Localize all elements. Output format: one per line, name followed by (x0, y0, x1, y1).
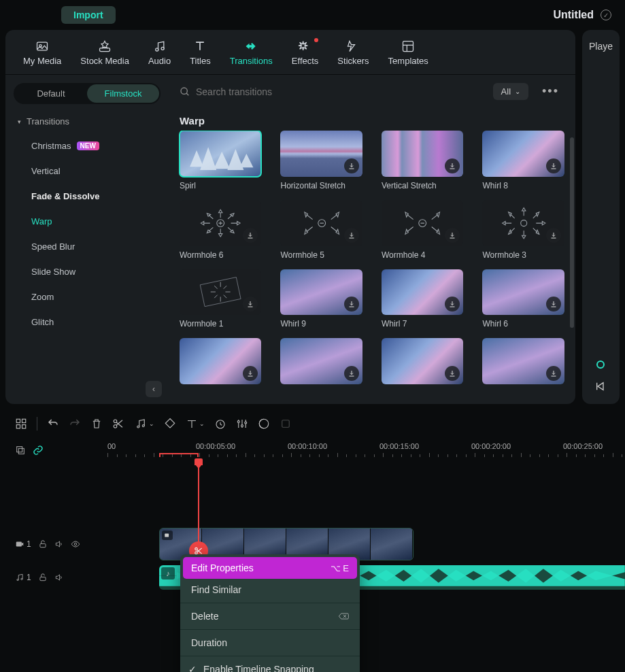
transition-item[interactable]: Wormhole 3 (482, 200, 564, 260)
download-icon[interactable] (344, 158, 359, 173)
transition-item[interactable] (482, 338, 564, 388)
lock-icon[interactable] (38, 539, 48, 549)
tab-titles[interactable]: Titles (180, 35, 220, 74)
audio-tools-icon[interactable]: ⌄ (134, 418, 154, 430)
library-tab-default[interactable]: Default (15, 84, 87, 103)
transition-thumbnail[interactable] (482, 338, 564, 384)
sidebar-collapse-button[interactable]: ‹ (146, 381, 162, 397)
transition-thumbnail[interactable] (382, 269, 463, 316)
undo-icon[interactable] (47, 418, 59, 430)
context-menu-item[interactable]: Delete (180, 605, 360, 627)
mute-icon[interactable] (54, 539, 64, 549)
speed-icon[interactable] (214, 418, 226, 430)
context-menu-item[interactable]: Find Similar (180, 579, 360, 601)
tab-templates[interactable]: Templates (379, 35, 438, 74)
transition-item[interactable]: Whirl 6 (482, 269, 564, 329)
player-slider-handle[interactable] (596, 360, 605, 369)
download-icon[interactable] (243, 366, 258, 381)
transition-thumbnail[interactable] (280, 200, 362, 246)
transition-item[interactable]: Wormhole 5 (280, 200, 362, 260)
download-icon[interactable] (546, 366, 561, 381)
category-glitch[interactable]: Glitch (5, 309, 169, 335)
tab-my-media[interactable]: My Media (14, 35, 71, 74)
transition-item[interactable] (180, 338, 261, 388)
more-options-button[interactable]: ••• (537, 82, 564, 101)
playhead-handle[interactable] (195, 458, 203, 465)
tab-transitions[interactable]: Transitions (220, 35, 282, 74)
search-input[interactable] (196, 86, 332, 97)
redo-icon[interactable] (69, 418, 81, 430)
download-icon[interactable] (445, 228, 460, 243)
tab-effects[interactable]: Effects (282, 35, 328, 74)
visibility-icon[interactable] (71, 539, 80, 549)
transition-thumbnail[interactable] (382, 338, 463, 384)
download-icon[interactable] (243, 297, 258, 312)
library-tab-filmstock[interactable]: Filmstock (87, 84, 159, 103)
tab-stickers[interactable]: Stickers (328, 35, 378, 74)
transition-thumbnail[interactable] (280, 131, 362, 177)
transition-item[interactable]: Spirl (180, 131, 261, 190)
add-marker-icon[interactable] (15, 418, 27, 430)
color-icon[interactable] (258, 418, 270, 430)
search-box[interactable] (180, 86, 485, 97)
transition-thumbnail[interactable] (382, 200, 463, 246)
text-tools-icon[interactable]: ⌄ (186, 418, 205, 430)
transition-thumbnail[interactable] (280, 338, 362, 384)
download-icon[interactable] (546, 228, 561, 243)
transition-thumbnail[interactable] (180, 200, 261, 246)
download-icon[interactable] (344, 228, 359, 243)
transition-thumbnail[interactable] (482, 269, 564, 316)
transition-item[interactable]: Horizontal Stretch (280, 131, 362, 190)
transition-item[interactable]: Whirl 8 (482, 131, 564, 190)
category-warp[interactable]: Warp (5, 209, 169, 234)
transition-item[interactable]: Whirl 7 (382, 269, 463, 329)
category-zoom[interactable]: Zoom (5, 284, 169, 309)
transition-thumbnail[interactable] (482, 200, 564, 246)
transition-item[interactable]: Wormhole 6 (180, 200, 261, 260)
sidebar-section-header[interactable]: ▾ Transitions (5, 112, 169, 131)
download-icon[interactable] (546, 297, 561, 312)
transition-thumbnail[interactable] (180, 131, 261, 177)
adjust-icon[interactable] (236, 418, 248, 430)
download-icon[interactable] (344, 297, 359, 312)
filter-dropdown[interactable]: All ⌄ (493, 83, 528, 100)
crop-icon[interactable] (280, 418, 292, 430)
context-menu-item[interactable]: ✓Enable Timeline Snapping (180, 658, 360, 672)
download-icon[interactable] (243, 228, 258, 243)
tag-icon[interactable] (164, 418, 176, 430)
transition-item[interactable] (382, 338, 463, 388)
grid-scrollbar[interactable] (570, 137, 574, 328)
import-button[interactable]: Import (61, 6, 116, 24)
transition-item[interactable]: Wormhole 4 (382, 200, 463, 260)
step-back-icon[interactable] (595, 381, 606, 392)
transition-thumbnail[interactable] (382, 131, 463, 177)
category-speed-blur[interactable]: Speed Blur (5, 234, 169, 259)
context-menu-item[interactable]: Edit Properties⌥ E (183, 557, 357, 579)
download-icon[interactable] (546, 158, 561, 173)
category-vertical[interactable]: Vertical (5, 158, 169, 184)
category-christmas[interactable]: ChristmasNEW (5, 133, 169, 158)
link-icon[interactable] (33, 445, 44, 456)
project-title[interactable]: Untitled (553, 9, 594, 21)
range-marker[interactable] (159, 453, 199, 457)
category-slide-show[interactable]: Slide Show (5, 259, 169, 284)
transition-item[interactable]: Whirl 9 (280, 269, 362, 329)
download-icon[interactable] (344, 366, 359, 381)
download-icon[interactable] (445, 297, 460, 312)
transition-thumbnail[interactable] (180, 338, 261, 384)
tab-stock-media[interactable]: Stock Media (71, 35, 139, 74)
context-menu-item[interactable]: Duration (180, 632, 360, 654)
mute-icon[interactable] (54, 573, 64, 582)
download-icon[interactable] (445, 158, 460, 173)
delete-icon[interactable] (90, 418, 103, 430)
tab-audio[interactable]: Audio (139, 35, 180, 74)
transition-item[interactable]: Vertical Stretch (382, 131, 463, 190)
timeline-layers-icon[interactable] (15, 445, 26, 456)
transition-item[interactable]: Wormhole 1 (180, 269, 261, 329)
lock-icon[interactable] (38, 573, 48, 582)
transition-thumbnail[interactable] (280, 269, 362, 316)
download-icon[interactable] (445, 366, 460, 381)
split-icon[interactable] (112, 418, 124, 430)
category-fade-dissolve[interactable]: Fade & Dissolve (5, 184, 169, 209)
transition-item[interactable] (280, 338, 362, 388)
